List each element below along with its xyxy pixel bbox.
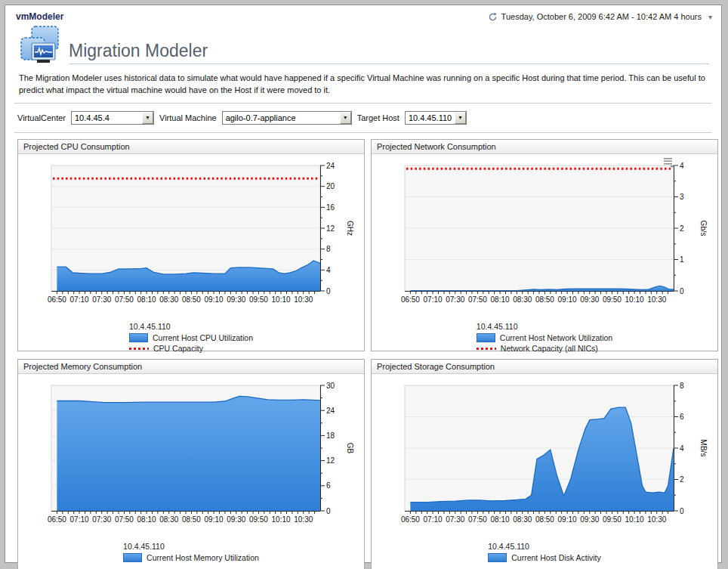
svg-text:20: 20 [326, 182, 335, 190]
time-range-selector[interactable]: Tuesday, October 6, 2009 6:42 AM - 10:42… [488, 12, 712, 22]
svg-text:09:30: 09:30 [580, 515, 599, 524]
svg-text:10:10: 10:10 [272, 515, 291, 524]
svg-text:09:10: 09:10 [558, 515, 577, 524]
svg-text:09:10: 09:10 [205, 295, 224, 304]
svg-text:6: 6 [680, 413, 684, 421]
legend-label: Current Host Memory Utilization [147, 553, 259, 562]
svg-text:1: 1 [680, 255, 684, 264]
svg-text:08:30: 08:30 [159, 515, 178, 524]
svg-text:24: 24 [326, 162, 335, 170]
svg-text:12: 12 [326, 224, 335, 233]
svg-text:MB/s: MB/s [699, 440, 708, 457]
svg-text:09:30: 09:30 [580, 295, 599, 304]
panel-title: Projected Storage Consumption [372, 360, 717, 374]
svg-text:6: 6 [326, 481, 331, 490]
storage-consumption-panel: Projected Storage Consumption 06:5007:10… [371, 359, 718, 569]
virtualcenter-select[interactable]: 10.4.45.4 ▼ [71, 111, 154, 125]
controls-row: VirtualCenter 10.4.45.4 ▼ Virtual Machin… [17, 110, 721, 125]
svg-text:06:50: 06:50 [48, 295, 66, 304]
divider [14, 103, 712, 104]
legend-label: Current Host Network Utilization [500, 333, 612, 342]
description-text: The Migration Modeler uses historical da… [19, 72, 708, 96]
cpu-consumption-panel: Projected CPU Consumption 06:5007:1007:3… [17, 139, 365, 351]
target-host-label: Target Host [357, 113, 399, 122]
svg-text:10:30: 10:30 [647, 295, 666, 304]
svg-text:08:10: 08:10 [491, 515, 510, 524]
svg-text:07:30: 07:30 [446, 295, 464, 304]
svg-text:10:10: 10:10 [272, 295, 291, 304]
dropdown-arrow-icon: ▼ [142, 112, 153, 124]
legend-label: Network Capacity (all NICs) [501, 344, 598, 353]
area-series-swatch [488, 553, 507, 562]
svg-text:09:50: 09:50 [249, 295, 268, 304]
svg-text:09:50: 09:50 [603, 295, 622, 304]
svg-text:07:30: 07:30 [92, 295, 111, 304]
cpu-chart-canvas: 06:5007:1007:3007:5008:1008:3008:5009:10… [21, 156, 361, 321]
chart-options-icon[interactable] [663, 157, 675, 171]
chart-host-label: 10.4.45.110 [129, 322, 171, 331]
network-chart-canvas: 06:5007:1007:3007:5008:1008:3008:5009:10… [375, 156, 714, 321]
svg-text:10:30: 10:30 [294, 515, 313, 524]
area-series-swatch [123, 553, 142, 562]
svg-text:0: 0 [326, 287, 331, 295]
svg-text:09:50: 09:50 [603, 515, 622, 524]
memory-chart-legend: 10.4.45.110Current Host Memory Utilizati… [18, 542, 364, 564]
svg-text:0: 0 [680, 287, 684, 295]
svg-text:30: 30 [326, 382, 335, 390]
memory-consumption-panel: Projected Memory Consumption 06:5007:100… [17, 359, 365, 569]
svg-text:06:50: 06:50 [401, 515, 420, 524]
svg-text:Gb/s: Gb/s [699, 220, 708, 236]
svg-text:8: 8 [680, 382, 684, 390]
legend-label: Current Host Disk Activity [511, 553, 600, 562]
svg-text:06:50: 06:50 [48, 515, 66, 524]
target-host-select[interactable]: 10.4.45.110 ▼ [405, 111, 467, 125]
svg-text:10:10: 10:10 [625, 295, 644, 304]
legend-item: Current Host Network Utilization [477, 333, 612, 342]
svg-text:08:10: 08:10 [491, 295, 510, 304]
network-chart-legend: 10.4.45.110Current Host Network Utilizat… [372, 322, 717, 354]
svg-text:08:10: 08:10 [137, 295, 156, 304]
svg-text:06:50: 06:50 [401, 295, 420, 304]
migration-modeler-icon [19, 25, 61, 64]
svg-text:24: 24 [326, 407, 335, 415]
svg-text:08:30: 08:30 [513, 515, 532, 524]
svg-text:GB: GB [346, 443, 354, 454]
svg-text:07:10: 07:10 [424, 515, 443, 524]
svg-text:10:10: 10:10 [625, 515, 644, 524]
svg-text:10:30: 10:30 [647, 515, 666, 524]
svg-text:09:30: 09:30 [227, 515, 245, 524]
svg-text:07:50: 07:50 [468, 515, 487, 524]
dropdown-arrow-icon: ▼ [340, 112, 351, 124]
svg-text:08:10: 08:10 [137, 515, 156, 524]
chart-host-label: 10.4.45.110 [477, 322, 518, 331]
title-underline: Migration Modeler [69, 42, 709, 64]
area-series-swatch [477, 333, 495, 342]
svg-text:07:50: 07:50 [115, 515, 134, 524]
svg-text:07:50: 07:50 [115, 295, 134, 304]
virtual-machine-select[interactable]: agilo-0.7-appliance ▼ [222, 111, 352, 125]
title-row: Migration Modeler [19, 25, 709, 64]
app-title: vmModeler [16, 11, 63, 22]
svg-text:10:30: 10:30 [294, 295, 313, 304]
legend-item: Current Host Memory Utilization [123, 553, 259, 562]
svg-text:08:50: 08:50 [182, 515, 201, 524]
svg-text:07:10: 07:10 [70, 515, 89, 524]
dropdown-arrow-icon: ▼ [455, 112, 466, 124]
svg-text:GHz: GHz [346, 221, 354, 236]
virtual-machine-label: Virtual Machine [159, 113, 217, 122]
svg-text:09:10: 09:10 [558, 295, 577, 304]
svg-text:0: 0 [680, 507, 684, 515]
legend-label: CPU Capacity [153, 344, 203, 353]
chart-host-label: 10.4.45.110 [123, 542, 165, 551]
capacity-line-swatch [477, 348, 496, 350]
svg-text:16: 16 [326, 203, 335, 212]
storage-chart-canvas: 06:5007:1007:3007:5008:1008:3008:5009:10… [375, 376, 714, 541]
page-title: Migration Modeler [69, 42, 208, 60]
svg-text:08:30: 08:30 [513, 295, 532, 304]
svg-text:08:50: 08:50 [535, 295, 554, 304]
area-series-swatch [129, 333, 148, 342]
legend-item: Network Capacity (all NICs) [477, 344, 598, 353]
legend-label: Current Host CPU Utilization [153, 333, 253, 342]
virtualcenter-value: 10.4.45.4 [72, 113, 113, 122]
memory-chart-canvas: 06:5007:1007:3007:5008:1008:3008:5009:10… [21, 376, 361, 541]
